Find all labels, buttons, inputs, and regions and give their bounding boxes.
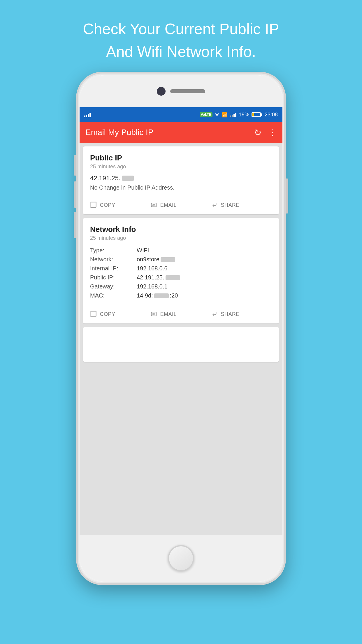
share-icon-2: ⤶ [211,310,218,319]
speaker [170,89,205,93]
battery-percent: 19% [239,112,249,118]
network-row-public-ip: Public IP: 42.191.25. [90,273,272,282]
status-left [84,112,91,117]
phone-top-bar [80,75,282,107]
cell-bar-3 [233,114,235,117]
copy-button-1[interactable]: ❐ COPY [90,201,151,210]
app-toolbar: Email My Public IP ↻ ⋮ [80,122,282,143]
cell-bar-4 [235,113,236,117]
cell-signal [230,112,236,117]
public-ip-address: 42.191.25. [90,174,272,182]
signal-bar-3 [88,114,89,117]
network-row-network: Network: on9store [90,255,272,264]
copy-icon-1: ❐ [90,201,97,210]
header-text: Check Your Current Public IP And Wifi Ne… [59,18,302,63]
app-title: Email My Public IP [85,128,153,137]
ip-blurred [122,176,134,181]
refresh-button[interactable]: ↻ [254,127,261,138]
email-button-2[interactable]: ✉ EMAIL [151,310,211,319]
public-ip-card: Public IP 25 minutes ago 42.191.25. No C… [83,146,279,214]
wifi-icon: 📶 [222,112,228,118]
status-right: VoLTE 👁 📶 19% [200,112,278,118]
copy-button-2[interactable]: ❐ COPY [90,310,151,319]
signal-bar-4 [89,113,91,117]
public-ip-actions: ❐ COPY ✉ EMAIL ⤶ SHARE [90,196,272,214]
volte-badge: VoLTE [200,112,212,117]
share-button-1[interactable]: ⤶ SHARE [211,201,272,210]
network-info-title: Network Info [90,225,272,234]
mac-blurred [154,293,169,298]
screen: VoLTE 👁 📶 19% [80,107,282,535]
cell-bar-2 [232,115,233,117]
email-icon-2: ✉ [151,310,157,319]
cell-bar-1 [230,116,231,117]
scroll-content[interactable]: Public IP 25 minutes ago 42.191.25. No C… [80,143,282,535]
share-icon-1: ⤶ [211,201,218,210]
network-info-actions: ❐ COPY ✉ EMAIL ⤶ SHARE [90,305,272,323]
eye-icon: 👁 [215,112,219,117]
empty-card [83,327,279,362]
network-row-mac: MAC: 14:9d::20 [90,291,272,300]
status-bar: VoLTE 👁 📶 19% [80,107,282,122]
signal-bars [84,112,91,117]
copy-icon-2: ❐ [90,310,97,319]
signal-bar-2 [86,115,87,117]
phone-inner: VoLTE 👁 📶 19% [80,75,282,582]
more-button[interactable]: ⋮ [268,128,277,137]
home-button[interactable] [168,545,194,571]
public-ip-timestamp: 25 minutes ago [90,164,272,170]
power-button [286,178,288,214]
battery-icon [252,112,262,117]
network-row-gateway: Gateway: 192.168.0.1 [90,282,272,291]
signal-bar-1 [84,116,85,117]
network-row-internal-ip: Internal IP: 192.168.0.6 [90,264,272,273]
clock: 23:08 [265,112,278,118]
public-ip-title: Public IP [90,153,272,162]
phone-mockup: VoLTE 👁 📶 19% [76,72,286,585]
network-blurred [161,257,175,262]
front-camera [157,87,166,96]
phone-bottom [80,535,282,582]
email-icon-1: ✉ [151,201,157,210]
network-table: Type: WIFI Network: on9store Internal IP… [90,246,272,300]
network-info-timestamp: 25 minutes ago [90,235,272,241]
email-button-1[interactable]: ✉ EMAIL [151,201,211,210]
public-ip-status: No Change in Public IP Address. [90,184,272,191]
volume-down-button [74,212,76,238]
public-ip-blurred [166,275,180,280]
network-row-type: Type: WIFI [90,246,272,255]
network-info-card: Network Info 25 minutes ago Type: WIFI N… [83,218,279,323]
share-button-2[interactable]: ⤶ SHARE [211,310,272,319]
toolbar-actions: ↻ ⋮ [254,127,277,138]
volume-up-button [74,181,76,208]
